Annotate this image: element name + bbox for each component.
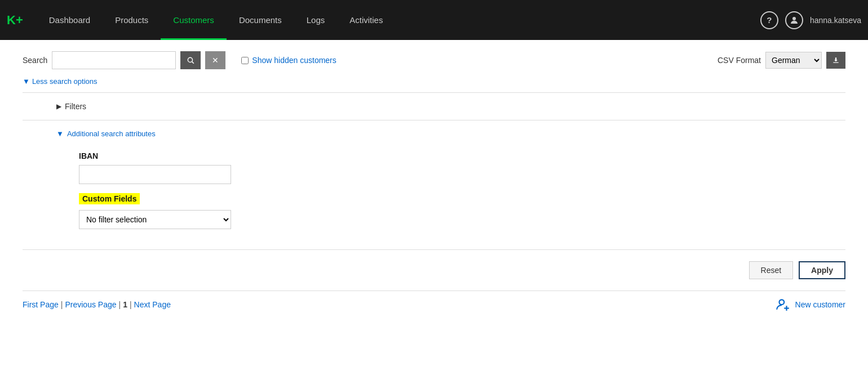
search-button[interactable] <box>180 51 201 69</box>
next-page-link[interactable]: Next Page <box>134 300 171 309</box>
nav-dashboard[interactable]: Dashboard <box>37 0 103 40</box>
new-customer-button[interactable]: New customer <box>775 297 845 312</box>
filters-toggle[interactable]: ▶ Filters <box>23 97 845 115</box>
current-page: 1 <box>123 300 127 309</box>
pagination: First Page | Previous Page | 1 | Next Pa… <box>23 300 171 309</box>
navbar: K+ Dashboard Products Customers Document… <box>0 0 868 40</box>
show-hidden-customers-label[interactable]: Show hidden customers <box>241 56 336 65</box>
sep-1: | <box>61 300 63 309</box>
svg-line-2 <box>192 62 194 64</box>
show-hidden-customers-checkbox[interactable] <box>241 57 249 64</box>
less-search-options-label: Less search options <box>32 77 98 86</box>
new-customer-label: New customer <box>795 300 845 309</box>
sep-2: | <box>119 300 121 309</box>
additional-search-arrow-icon: ▼ <box>56 129 64 138</box>
csv-format-label: CSV Format <box>718 56 761 65</box>
search-clear-button[interactable]: ✕ <box>205 51 225 69</box>
search-attributes-content: IBAN Custom Fields No filter selection <box>23 142 845 238</box>
svg-point-4 <box>779 300 784 305</box>
footer: First Page | Previous Page | 1 | Next Pa… <box>23 290 845 318</box>
svg-rect-3 <box>833 62 838 63</box>
filters-arrow-icon: ▶ <box>56 102 61 110</box>
csv-download-button[interactable] <box>826 52 845 69</box>
svg-point-0 <box>792 17 796 20</box>
filters-label: Filters <box>65 102 86 111</box>
nav-products[interactable]: Products <box>103 0 161 40</box>
less-search-options-toggle[interactable]: ▼ Less search options <box>23 77 845 86</box>
avatar[interactable] <box>785 11 803 29</box>
reset-button[interactable]: Reset <box>749 261 794 279</box>
nav-right: ? hanna.katseva <box>760 11 861 29</box>
nav-activities[interactable]: Activities <box>337 0 395 40</box>
less-search-arrow-icon: ▼ <box>23 77 30 86</box>
iban-label: IBAN <box>79 151 845 160</box>
custom-fields-select[interactable]: No filter selection <box>79 210 231 229</box>
button-row: Reset Apply <box>23 249 845 290</box>
csv-section: CSV Format German <box>718 52 845 69</box>
first-page-link[interactable]: First Page <box>23 300 59 309</box>
csv-format-select[interactable]: German <box>765 52 822 69</box>
username-label[interactable]: hanna.katseva <box>810 16 861 25</box>
iban-input[interactable] <box>79 165 231 184</box>
apply-button[interactable]: Apply <box>799 261 845 279</box>
additional-search-toggle[interactable]: ▼ Additional search attributes <box>23 125 845 142</box>
main-content: Search ✕ Show hidden customers CSV Forma… <box>0 40 868 329</box>
nav-logs[interactable]: Logs <box>294 0 338 40</box>
new-customer-icon <box>775 297 791 312</box>
logo[interactable]: K+ <box>7 13 23 28</box>
search-input[interactable] <box>52 51 176 69</box>
help-button[interactable]: ? <box>760 11 778 29</box>
show-hidden-text: Show hidden customers <box>252 56 336 65</box>
custom-fields-label: Custom Fields <box>79 193 140 204</box>
previous-page-link[interactable]: Previous Page <box>65 300 116 309</box>
divider-1 <box>23 92 845 93</box>
divider-2 <box>23 120 845 120</box>
search-label: Search <box>23 56 47 65</box>
search-row: Search ✕ Show hidden customers CSV Forma… <box>23 51 845 69</box>
svg-point-1 <box>188 57 193 62</box>
nav-documents[interactable]: Documents <box>227 0 294 40</box>
additional-search-label: Additional search attributes <box>67 129 156 138</box>
sep-3: | <box>130 300 132 309</box>
nav-customers[interactable]: Customers <box>161 0 227 40</box>
